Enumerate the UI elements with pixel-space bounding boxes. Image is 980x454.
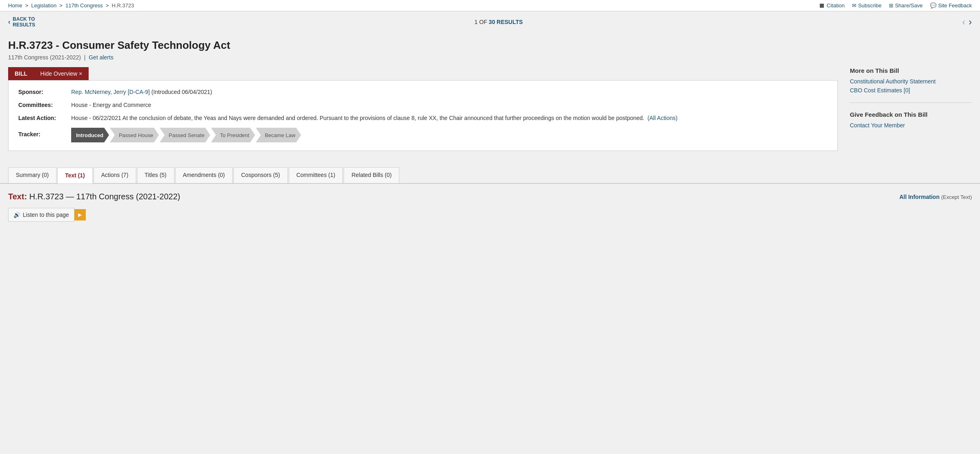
subscribe-link[interactable]: ✉ Subscribe bbox=[852, 2, 882, 9]
tracker-steps: IntroducedPassed HousePassed SenateTo Pr… bbox=[71, 128, 302, 142]
all-actions-link[interactable]: (All Actions) bbox=[647, 115, 677, 121]
more-on-bill-section: More on This Bill Constitutional Authori… bbox=[850, 67, 972, 103]
bill-title-section: H.R.3723 - Consumer Safety Technology Ac… bbox=[8, 39, 972, 61]
text-label: Text: bbox=[8, 192, 27, 201]
bill-tab[interactable]: BILL bbox=[8, 67, 34, 80]
breadcrumb-legislation[interactable]: Legislation bbox=[31, 2, 57, 9]
tab-titles[interactable]: Titles (5) bbox=[137, 167, 174, 183]
bill-overview-container: BILL Hide Overview × Sponsor: Rep. McNer… bbox=[8, 67, 972, 151]
tab-summary[interactable]: Summary (0) bbox=[8, 167, 57, 183]
bill-overview-main: BILL Hide Overview × Sponsor: Rep. McNer… bbox=[8, 67, 838, 151]
next-arrow[interactable]: › bbox=[969, 16, 972, 28]
sponsor-label: Sponsor: bbox=[18, 89, 71, 95]
citation-icon bbox=[820, 4, 824, 8]
tab-committees[interactable]: Committees (1) bbox=[289, 167, 343, 183]
tracker-step-became-law: Became Law bbox=[256, 128, 301, 142]
listen-container: 🔊 Listen to this page ▶ bbox=[8, 208, 972, 222]
text-section-title: Text: H.R.3723 — 117th Congress (2021-20… bbox=[8, 192, 180, 201]
latest-action-label: Latest Action: bbox=[18, 115, 71, 121]
constitutional-authority-link[interactable]: Constitutional Authority Statement bbox=[850, 78, 972, 85]
back-arrow-icon: ‹ bbox=[8, 18, 10, 26]
bill-title: H.R.3723 - Consumer Safety Technology Ac… bbox=[8, 39, 972, 52]
results-bar: ‹ BACK TORESULTS 1 OF 30 RESULTS ‹ › bbox=[0, 11, 980, 33]
main-content: H.R.3723 - Consumer Safety Technology Ac… bbox=[0, 33, 980, 157]
tab-related-bills[interactable]: Related Bills (0) bbox=[344, 167, 399, 183]
results-total-link[interactable]: 30 RESULTS bbox=[489, 19, 523, 25]
tabs-bar: Summary (0)Text (1)Actions (7)Titles (5)… bbox=[0, 161, 980, 184]
overview-tabs: BILL Hide Overview × bbox=[8, 67, 838, 80]
sponsor-value: Rep. McNerney, Jerry [D-CA-9] (Introduce… bbox=[71, 89, 828, 95]
overview-box: Sponsor: Rep. McNerney, Jerry [D-CA-9] (… bbox=[8, 80, 838, 151]
share-save-link[interactable]: ⊞ Share/Save bbox=[889, 2, 923, 9]
tracker-label: Tracker: bbox=[18, 128, 71, 138]
back-to-results-link[interactable]: ‹ BACK TORESULTS bbox=[8, 16, 35, 28]
sponsor-row: Sponsor: Rep. McNerney, Jerry [D-CA-9] (… bbox=[18, 89, 828, 95]
more-on-bill-heading: More on This Bill bbox=[850, 67, 972, 74]
top-actions: Citation ✉ Subscribe ⊞ Share/Save 💬 Site… bbox=[820, 2, 972, 9]
bill-overview-sidebar: More on This Bill Constitutional Authori… bbox=[850, 67, 972, 146]
all-information-anchor[interactable]: All Information bbox=[899, 194, 940, 200]
tracker-step-to-president: To President bbox=[211, 128, 255, 142]
sponsor-link[interactable]: Rep. McNerney, Jerry [D-CA-9] bbox=[71, 89, 150, 95]
results-count: 1 OF 30 RESULTS bbox=[475, 19, 523, 25]
citation-link[interactable]: Citation bbox=[820, 2, 845, 9]
tracker-row: Tracker: IntroducedPassed HousePassed Se… bbox=[18, 128, 828, 142]
nav-arrows: ‹ › bbox=[962, 16, 972, 28]
tab-actions[interactable]: Actions (7) bbox=[94, 167, 136, 183]
breadcrumb-congress[interactable]: 117th Congress bbox=[65, 2, 103, 9]
latest-action-row: Latest Action: House - 06/22/2021 At the… bbox=[18, 115, 828, 121]
back-to-results-label: BACK TORESULTS bbox=[13, 16, 35, 28]
play-button[interactable]: ▶ bbox=[74, 209, 86, 220]
give-feedback-section: Give Feedback on This Bill Contact Your … bbox=[850, 111, 972, 138]
tab-text[interactable]: Text (1) bbox=[57, 168, 93, 183]
latest-action-value: House - 06/22/2021 At the conclusion of … bbox=[71, 115, 828, 121]
tracker-step-introduced: Introduced bbox=[71, 128, 109, 142]
breadcrumb-home[interactable]: Home bbox=[8, 2, 22, 9]
committees-value: House - Energy and Commerce bbox=[71, 102, 828, 108]
cbo-cost-estimates-link[interactable]: CBO Cost Estimates [0] bbox=[850, 87, 972, 94]
all-information-link: All Information (Except Text) bbox=[899, 194, 972, 200]
listen-button[interactable]: 🔊 Listen to this page bbox=[8, 208, 74, 222]
tab-cosponsors[interactable]: Cosponsors (5) bbox=[233, 167, 288, 183]
committees-label: Committees: bbox=[18, 102, 71, 108]
listen-icon: 🔊 bbox=[13, 212, 20, 218]
committees-row: Committees: House - Energy and Commerce bbox=[18, 102, 828, 108]
subscribe-icon: ✉ bbox=[852, 2, 856, 9]
hide-overview-tab[interactable]: Hide Overview × bbox=[34, 67, 89, 80]
breadcrumb: Home > Legislation > 117th Congress > H.… bbox=[8, 2, 134, 9]
tab-amendments[interactable]: Amendments (0) bbox=[175, 167, 233, 183]
bill-subtitle: 117th Congress (2021-2022) | Get alerts bbox=[8, 54, 972, 61]
text-section-header: Text: H.R.3723 — 117th Congress (2021-20… bbox=[8, 192, 972, 201]
contact-member-link[interactable]: Contact Your Member bbox=[850, 122, 972, 129]
share-icon: ⊞ bbox=[889, 2, 893, 9]
top-bar: Home > Legislation > 117th Congress > H.… bbox=[0, 0, 980, 11]
tracker-step-passed-senate: Passed Senate bbox=[160, 128, 210, 142]
tracker-step-passed-house: Passed House bbox=[110, 128, 159, 142]
feedback-icon: 💬 bbox=[930, 2, 936, 9]
prev-arrow[interactable]: ‹ bbox=[962, 16, 965, 28]
site-feedback-link[interactable]: 💬 Site Feedback bbox=[930, 2, 972, 9]
text-section: Text: H.R.3723 — 117th Congress (2021-20… bbox=[0, 184, 980, 230]
give-feedback-heading: Give Feedback on This Bill bbox=[850, 111, 972, 118]
get-alerts-link[interactable]: Get alerts bbox=[89, 54, 113, 61]
breadcrumb-bill: H.R.3723 bbox=[112, 2, 134, 9]
play-icon: ▶ bbox=[78, 212, 82, 218]
